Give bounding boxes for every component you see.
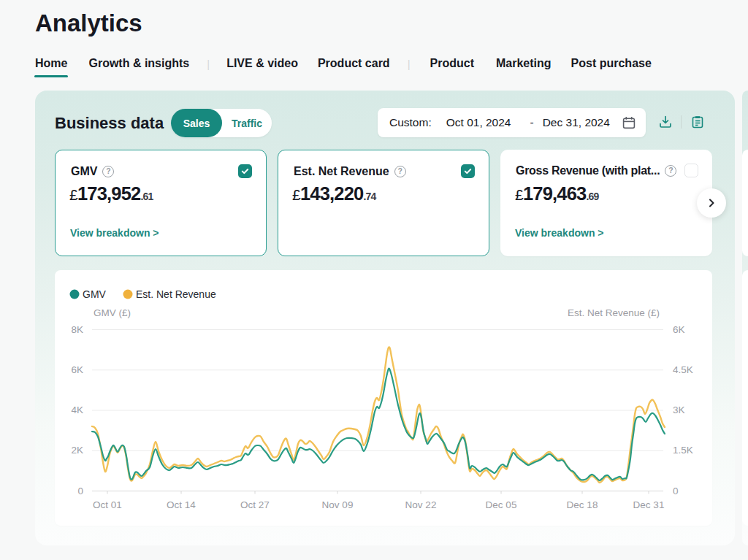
svg-text:6K: 6K (71, 364, 83, 375)
svg-text:Est. Net Revenue (£): Est. Net Revenue (£) (568, 307, 660, 318)
svg-text:Oct 01: Oct 01 (93, 499, 122, 510)
svg-text:4.5K: 4.5K (673, 364, 693, 375)
svg-text:GMV (£): GMV (£) (94, 307, 131, 318)
svg-text:2K: 2K (71, 445, 83, 456)
svg-text:1.5K: 1.5K (673, 445, 693, 456)
svg-text:0: 0 (673, 486, 679, 496)
svg-text:Dec 18: Dec 18 (567, 499, 598, 510)
svg-text:3K: 3K (673, 404, 685, 415)
svg-text:GMV: GMV (83, 288, 107, 300)
svg-text:Oct 27: Oct 27 (240, 499, 270, 510)
svg-text:6K: 6K (673, 324, 685, 335)
svg-text:Est. Net Revenue: Est. Net Revenue (136, 288, 216, 300)
svg-text:Nov 22: Nov 22 (405, 499, 437, 510)
svg-text:Nov 09: Nov 09 (322, 499, 354, 510)
svg-text:8K: 8K (71, 324, 83, 335)
svg-text:Oct 14: Oct 14 (167, 499, 196, 510)
svg-text:Dec 05: Dec 05 (486, 499, 517, 510)
svg-text:Dec 31: Dec 31 (633, 499, 665, 510)
svg-text:0: 0 (77, 486, 83, 496)
svg-text:4K: 4K (71, 404, 83, 415)
